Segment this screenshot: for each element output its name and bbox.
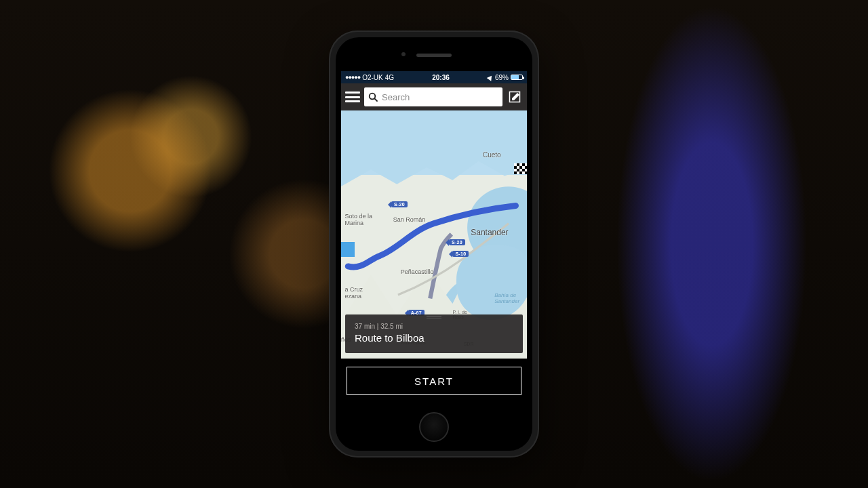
clock: 20:36: [432, 74, 450, 81]
search-box[interactable]: [364, 87, 502, 106]
edit-icon[interactable]: [507, 89, 523, 105]
app-toolbar: [341, 83, 527, 110]
home-button[interactable]: [419, 412, 449, 442]
battery-percent: 69%: [495, 74, 509, 81]
search-input[interactable]: [382, 92, 498, 102]
speaker-grille: [416, 54, 452, 57]
road-shield: S-20: [391, 201, 408, 207]
battery-icon: [511, 75, 523, 80]
place-label: San Román: [393, 216, 426, 223]
road-shield: S-20: [449, 239, 465, 245]
place-label: Peñacastillo: [401, 268, 434, 275]
signal-dots-icon: ●●●●●: [345, 74, 360, 81]
destination-marker-icon: [514, 163, 527, 174]
place-label: a Cruz ezana: [344, 286, 363, 300]
start-button[interactable]: START: [347, 367, 521, 395]
svg-line-1: [374, 98, 377, 101]
place-label: Soto de la Marina: [344, 213, 372, 226]
search-icon: [368, 92, 378, 102]
drag-handle-icon[interactable]: [427, 317, 441, 319]
road-shield: S-10: [452, 251, 469, 257]
network-label: 4G: [385, 74, 394, 81]
location-icon: [487, 74, 494, 81]
route-title: Route to Bilboa: [355, 332, 513, 344]
place-label: Cueto: [483, 151, 501, 159]
carrier-label: O2-UK: [362, 74, 383, 81]
map-view[interactable]: S-20 S-20 S-10 A-67 Cueto Soto de la Mar…: [341, 110, 527, 403]
status-bar: ●●●●● O2-UK 4G 20:36 69%: [341, 71, 527, 83]
water-label: Bahía de Santander: [494, 292, 519, 304]
place-label: Santander: [471, 228, 508, 237]
route-meta: 37 min | 32.5 mi: [355, 323, 513, 330]
front-camera: [401, 52, 406, 56]
screen: ●●●●● O2-UK 4G 20:36 69%: [341, 71, 527, 403]
menu-icon[interactable]: [345, 92, 360, 102]
bottom-action-bar: START: [341, 359, 527, 403]
phone-frame: ●●●●● O2-UK 4G 20:36 69%: [329, 30, 539, 458]
route-summary-card[interactable]: 37 min | 32.5 mi Route to Bilboa: [345, 314, 523, 353]
